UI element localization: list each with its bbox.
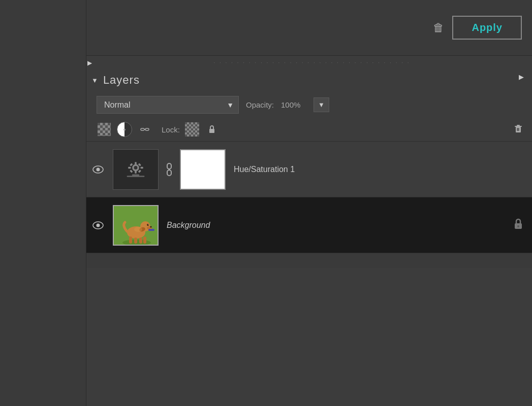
svg-rect-15 xyxy=(128,166,131,168)
svg-point-41 xyxy=(134,227,142,232)
collapse-row: ▶ · · · · · · · · · · · · · · · · · · · … xyxy=(86,56,532,66)
svg-rect-37 xyxy=(129,236,132,244)
svg-rect-1 xyxy=(145,128,149,130)
svg-rect-20 xyxy=(138,170,141,173)
opacity-dropdown[interactable]: ▼ xyxy=(314,97,329,112)
main-area: 🗑 Apply ▶ · · · · · · · · · · · · · · · … xyxy=(86,0,532,406)
svg-rect-40 xyxy=(143,236,146,244)
layer-mask-thumb xyxy=(180,149,226,190)
svg-point-10 xyxy=(97,167,100,171)
blend-opacity-row: Normal Dissolve Multiply Screen Overlay … xyxy=(86,92,532,118)
layers-panel-right-arrow[interactable]: ▶ xyxy=(519,73,524,80)
lock-image-pixels-icon[interactable] xyxy=(204,122,220,137)
opacity-value: 100% xyxy=(281,100,306,109)
svg-point-34 xyxy=(150,226,152,227)
layer-visibility-toggle[interactable] xyxy=(86,165,110,174)
svg-point-12 xyxy=(134,166,138,170)
svg-rect-42 xyxy=(148,229,154,231)
layers-title: Layers xyxy=(103,74,140,87)
svg-rect-3 xyxy=(209,129,214,133)
blend-mode-select[interactable]: Normal Dissolve Multiply Screen Overlay xyxy=(97,96,239,114)
lock-all-icon[interactable] xyxy=(185,122,199,137)
image-pixels-icon[interactable]: ▼ xyxy=(117,122,132,137)
svg-rect-0 xyxy=(141,128,144,130)
lock-position-icon[interactable] xyxy=(137,122,152,137)
layer-row[interactable]: Hue/Saturation 1 xyxy=(86,141,532,197)
bottom-row xyxy=(86,253,532,268)
svg-rect-5 xyxy=(515,126,522,127)
layer-row[interactable]: Background xyxy=(86,197,532,253)
adjustment-layer-thumb xyxy=(113,149,159,190)
panel-collapse-left-arrow[interactable]: ▶ xyxy=(87,59,92,66)
background-layer-name: Background xyxy=(167,221,513,230)
svg-rect-6 xyxy=(517,125,520,126)
top-bar: 🗑 Apply xyxy=(86,0,532,56)
blend-mode-wrapper: Normal Dissolve Multiply Screen Overlay … xyxy=(97,96,239,114)
svg-rect-8 xyxy=(518,128,519,131)
svg-rect-22 xyxy=(132,174,139,176)
layers-panel: ▼ Layers ▶ Normal Dissolve Multiply Scre… xyxy=(86,66,532,406)
svg-rect-14 xyxy=(135,171,136,173)
svg-point-27 xyxy=(97,223,100,227)
lock-label: Lock: xyxy=(162,125,180,134)
transparent-pixels-icon[interactable] xyxy=(97,122,112,137)
svg-point-44 xyxy=(517,225,519,227)
layer-name: Hue/Saturation 1 xyxy=(234,165,532,174)
svg-rect-39 xyxy=(139,238,142,244)
svg-rect-38 xyxy=(134,238,137,244)
opacity-label: Opacity: xyxy=(246,100,274,109)
divider-dots: · · · · · · · · · · · · · · · · · · · · … xyxy=(92,59,532,66)
layers-collapse-arrow[interactable]: ▼ xyxy=(91,77,98,84)
layer-visibility-toggle[interactable] xyxy=(86,221,110,229)
svg-point-36 xyxy=(148,224,148,224)
svg-rect-19 xyxy=(130,170,133,173)
svg-rect-24 xyxy=(167,170,171,176)
svg-rect-17 xyxy=(130,163,133,166)
svg-rect-16 xyxy=(141,166,143,168)
left-sidebar xyxy=(0,0,86,406)
delete-layer-icon[interactable] xyxy=(513,123,524,137)
svg-rect-13 xyxy=(135,162,136,164)
layers-header: ▼ Layers ▶ xyxy=(86,66,532,92)
trash-icon-top[interactable]: 🗑 xyxy=(433,21,444,35)
svg-point-35 xyxy=(147,224,149,226)
layer-link-icon[interactable] xyxy=(162,162,177,177)
lock-row: ▼ Lock: xyxy=(86,118,532,141)
background-layer-lock-icon xyxy=(513,217,524,234)
svg-rect-23 xyxy=(167,163,171,169)
background-layer-thumb xyxy=(113,205,159,246)
apply-button[interactable]: Apply xyxy=(452,16,522,40)
svg-rect-7 xyxy=(517,128,518,131)
